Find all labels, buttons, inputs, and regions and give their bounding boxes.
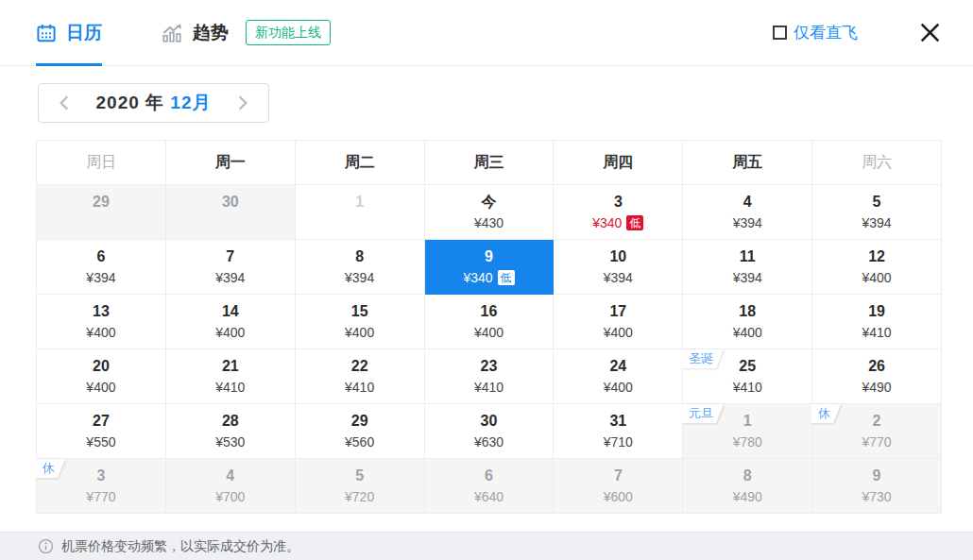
low-price-badge: 低 bbox=[498, 270, 515, 285]
day-number: 8 bbox=[296, 246, 424, 267]
calendar-cell[interactable]: 6¥640 bbox=[425, 459, 555, 514]
calendar-cell[interactable]: 6¥394 bbox=[37, 240, 166, 295]
calendar-cell[interactable]: 24¥400 bbox=[554, 349, 683, 404]
price-label: ¥400 bbox=[425, 323, 554, 342]
footer-notice-bar: 机票价格变动频繁，以实际成交价为准。 bbox=[0, 532, 973, 560]
price-label: ¥400 bbox=[166, 323, 295, 342]
price-label: ¥410 bbox=[812, 323, 941, 342]
year-label: 2020 bbox=[96, 93, 140, 112]
calendar-cell[interactable]: 22¥410 bbox=[296, 349, 425, 404]
calendar-cell[interactable]: 16¥400 bbox=[425, 295, 555, 349]
next-month-button[interactable] bbox=[230, 91, 255, 115]
price-label: ¥410 bbox=[425, 378, 554, 397]
weekday-header: 周五 bbox=[683, 141, 812, 185]
weekday-header: 周四 bbox=[554, 141, 683, 185]
calendar-cell[interactable]: 5¥720 bbox=[296, 459, 425, 514]
calendar-cell[interactable]: 27¥550 bbox=[37, 404, 166, 459]
calendar-cell[interactable]: 5¥394 bbox=[812, 185, 942, 240]
day-number: 21 bbox=[166, 356, 295, 377]
calendar-cell[interactable]: 1 bbox=[296, 185, 425, 240]
calendar-cell[interactable]: 30 bbox=[166, 185, 296, 240]
calendar-cell[interactable]: 8¥490 bbox=[683, 459, 812, 514]
calendar-cell[interactable]: 20¥400 bbox=[37, 349, 166, 404]
price-label: ¥640 bbox=[425, 487, 554, 506]
calendar-cell[interactable]: 7¥394 bbox=[166, 240, 296, 295]
new-feature-badge: 新功能上线 bbox=[246, 20, 331, 44]
calendar-cell[interactable]: 休3¥770 bbox=[37, 459, 166, 514]
calendar-cell[interactable]: 3¥340低 bbox=[554, 185, 683, 240]
calendar-cell[interactable]: 7¥600 bbox=[554, 459, 683, 514]
calendar-cell[interactable]: 9¥340低 bbox=[425, 240, 555, 295]
price-label: ¥700 bbox=[166, 487, 295, 506]
calendar-cell[interactable]: 19¥410 bbox=[812, 295, 942, 349]
close-icon bbox=[917, 20, 943, 45]
calendar-cell[interactable]: 28¥530 bbox=[166, 404, 296, 459]
calendar-cell[interactable]: 11¥394 bbox=[683, 240, 812, 295]
price-label: ¥394 bbox=[37, 268, 165, 287]
day-number: 13 bbox=[37, 301, 165, 322]
calendar-cell[interactable]: 15¥400 bbox=[296, 295, 425, 349]
calendar-cell[interactable]: 8¥394 bbox=[296, 240, 425, 295]
close-button[interactable] bbox=[914, 18, 945, 48]
calendar-cell[interactable]: 21¥410 bbox=[166, 349, 296, 404]
calendar-cell[interactable]: 4¥394 bbox=[683, 185, 812, 240]
day-number: 4 bbox=[166, 466, 295, 486]
day-number: 27 bbox=[37, 411, 165, 432]
price-label: ¥400 bbox=[296, 323, 424, 342]
calendar-cell[interactable]: 14¥400 bbox=[166, 295, 296, 349]
price-label: ¥710 bbox=[554, 433, 682, 451]
price-label: ¥410 bbox=[296, 378, 424, 397]
calendar-cell[interactable]: 12¥400 bbox=[812, 240, 942, 295]
month-display: 2020 年 12月 bbox=[96, 91, 212, 115]
calendar-cell[interactable]: 31¥710 bbox=[554, 404, 683, 459]
price-label: ¥394 bbox=[812, 213, 941, 232]
trend-chart-icon bbox=[161, 23, 183, 43]
footer-notice: 机票价格变动频繁，以实际成交价为准。 bbox=[61, 538, 299, 555]
calendar-cell[interactable]: 休2¥770 bbox=[812, 404, 942, 459]
day-number: 12 bbox=[812, 246, 941, 267]
direct-only-toggle[interactable]: 仅看直飞 bbox=[773, 22, 858, 43]
day-number: 5 bbox=[812, 192, 941, 212]
day-number: 7 bbox=[554, 466, 682, 486]
calendar-icon bbox=[36, 23, 57, 43]
price-label: ¥490 bbox=[683, 487, 811, 506]
prev-month-button[interactable] bbox=[52, 91, 77, 115]
calendar-cell[interactable]: 30¥630 bbox=[425, 404, 555, 459]
calendar-cell[interactable]: 9¥730 bbox=[812, 459, 942, 514]
price-label: ¥400 bbox=[554, 323, 682, 342]
tab-trend[interactable]: 趋势 bbox=[161, 0, 229, 66]
day-number: 26 bbox=[812, 356, 941, 377]
calendar-cell[interactable]: 元旦1¥780 bbox=[683, 404, 812, 459]
calendar-cell[interactable]: 17¥400 bbox=[554, 295, 683, 349]
calendar-cell[interactable]: 18¥400 bbox=[683, 295, 812, 349]
price-label: ¥340低 bbox=[554, 213, 682, 232]
price-label: ¥720 bbox=[296, 487, 424, 506]
weekday-header: 周日 bbox=[37, 141, 166, 185]
calendar-cell[interactable]: 13¥400 bbox=[37, 295, 166, 349]
calendar-cell[interactable]: 4¥700 bbox=[166, 459, 296, 514]
day-number: 8 bbox=[683, 466, 811, 486]
calendar-cell[interactable]: 29 bbox=[37, 185, 166, 240]
day-number: 17 bbox=[554, 301, 682, 322]
price-label: ¥400 bbox=[37, 378, 165, 397]
holiday-badge: 休 bbox=[36, 459, 58, 478]
direct-only-checkbox[interactable] bbox=[773, 25, 787, 40]
calendar-cell[interactable]: 今¥430 bbox=[425, 185, 555, 240]
day-number: 24 bbox=[554, 356, 682, 377]
calendar-cell[interactable]: 10¥394 bbox=[554, 240, 683, 295]
calendar-cell[interactable]: 23¥410 bbox=[425, 349, 555, 404]
day-number: 16 bbox=[425, 301, 554, 322]
price-calendar: 周日周一周二周三周四周五周六 29301今¥4303¥340低4¥3945¥39… bbox=[36, 140, 942, 514]
price-label: ¥550 bbox=[37, 433, 165, 451]
holiday-badge: 元旦 bbox=[682, 404, 716, 423]
calendar-cell[interactable]: 26¥490 bbox=[812, 349, 942, 404]
price-label: ¥394 bbox=[683, 268, 811, 287]
price-label: ¥400 bbox=[554, 378, 682, 397]
price-label: ¥770 bbox=[37, 487, 165, 506]
calendar-grid: 29301今¥4303¥340低4¥3945¥3946¥3947¥3948¥39… bbox=[37, 185, 942, 514]
low-price-badge: 低 bbox=[626, 215, 643, 230]
calendar-cell[interactable]: 29¥560 bbox=[296, 404, 425, 459]
price-label: ¥560 bbox=[296, 433, 424, 451]
calendar-cell[interactable]: 圣诞25¥410 bbox=[683, 349, 812, 404]
tab-calendar[interactable]: 日历 bbox=[36, 0, 102, 66]
